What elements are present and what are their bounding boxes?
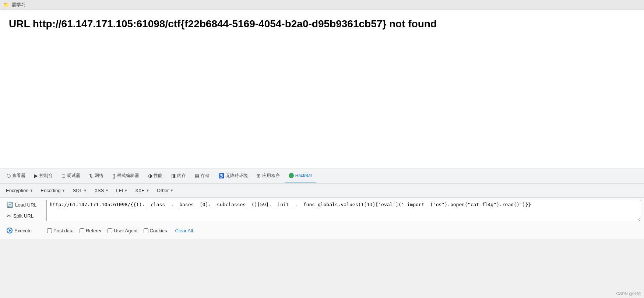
user-agent-checkbox[interactable]	[108, 228, 112, 233]
post-data-label: Post data	[53, 228, 74, 233]
execute-icon	[7, 228, 13, 233]
lfi-dropdown[interactable]: LFI ▼	[113, 186, 131, 195]
xxe-arrow-icon: ▼	[146, 188, 149, 193]
encoding-dropdown[interactable]: Encoding ▼	[38, 186, 68, 195]
execute-button[interactable]: Execute	[3, 226, 35, 235]
cookies-label: Cookies	[150, 228, 167, 233]
tab-performance[interactable]: ◑ 性能	[144, 169, 166, 183]
clear-all-button[interactable]: Clear All	[173, 226, 195, 235]
tab-hackbar[interactable]: HackBar	[285, 169, 316, 183]
performance-icon: ◑	[148, 173, 152, 179]
encoding-label: Encoding	[41, 188, 60, 193]
tab-console-label: 控制台	[39, 173, 53, 179]
lfi-label: LFI	[116, 188, 123, 193]
tab-storage-label: 存储	[201, 173, 210, 179]
encoding-arrow-icon: ▼	[62, 188, 66, 193]
tab-application[interactable]: ⊞ 应用程序	[253, 169, 284, 183]
sql-label: SQL	[73, 188, 82, 193]
hackbar-execute-row: Execute Post data Referer User Agent Coo…	[0, 224, 644, 239]
memory-icon: ◨	[171, 173, 176, 179]
split-url-button[interactable]: ✂ Split URL	[3, 211, 43, 221]
tab-network-label: 网络	[95, 173, 103, 179]
hackbar-toolbar: Encryption ▼ Encoding ▼ SQL ▼ XSS ▼ LFI …	[0, 184, 644, 198]
split-url-icon: ✂	[7, 213, 11, 219]
storage-icon: ▤	[195, 173, 199, 179]
hackbar-dot-icon	[289, 173, 294, 178]
tab-hackbar-label: HackBar	[295, 173, 312, 178]
hackbar-panel: Encryption ▼ Encoding ▼ SQL ▼ XSS ▼ LFI …	[0, 183, 644, 239]
tab-memory[interactable]: ◨ 内存	[168, 169, 190, 183]
xxe-dropdown[interactable]: XXE ▼	[132, 186, 152, 195]
tab-debugger[interactable]: ◻ 调试器	[58, 169, 84, 183]
encryption-arrow-icon: ▼	[29, 188, 33, 193]
tab-performance-label: 性能	[154, 173, 162, 179]
post-data-checkbox-label[interactable]: Post data	[47, 228, 74, 233]
sql-arrow-icon: ▼	[83, 188, 87, 193]
tab-debugger-label: 调试器	[67, 173, 80, 179]
url-input[interactable]: http://61.147.171.105:61098/{{()._​_clas…	[46, 200, 641, 221]
browser-top-bar: 📁 需学习	[0, 0, 644, 10]
user-agent-label: User Agent	[114, 228, 137, 233]
tab-accessibility-label: 无障碍环境	[226, 173, 248, 179]
folder-icon: 📁	[3, 2, 9, 8]
encryption-label: Encryption	[6, 188, 28, 193]
debugger-icon: ◻	[61, 173, 66, 179]
referer-checkbox[interactable]	[80, 228, 84, 233]
watermark: CSDN @秋说	[616, 291, 641, 297]
error-heading: URL http://61.147.171.105:61098/ctf{f22b…	[9, 17, 635, 31]
split-url-label: Split URL	[13, 213, 34, 219]
style-editor-icon: {}	[112, 173, 116, 179]
xss-arrow-icon: ▼	[105, 188, 109, 193]
load-url-icon: 🔄	[7, 202, 13, 208]
page-content: URL http://61.147.171.105:61098/ctf{f22b…	[0, 10, 644, 169]
cookies-checkbox-label[interactable]: Cookies	[144, 228, 167, 233]
xss-dropdown[interactable]: XSS ▼	[91, 186, 112, 195]
other-dropdown[interactable]: Other ▼	[154, 186, 176, 195]
tab-style-editor[interactable]: {} 样式编辑器	[109, 169, 143, 183]
execute-play-icon	[9, 229, 11, 232]
xxe-label: XXE	[135, 188, 145, 193]
accessibility-icon: ♿	[218, 173, 224, 179]
watermark-text: CSDN @秋说	[616, 291, 641, 296]
referer-label: Referer	[86, 228, 102, 233]
encryption-dropdown[interactable]: Encryption ▼	[3, 186, 36, 195]
console-icon: ▶	[34, 173, 38, 179]
network-icon: ⇅	[89, 173, 93, 179]
hackbar-action-buttons: 🔄 Load URL ✂ Split URL	[3, 200, 43, 221]
tab-network[interactable]: ⇅ 网络	[85, 169, 107, 183]
cookies-checkbox[interactable]	[144, 228, 148, 233]
load-url-button[interactable]: 🔄 Load URL	[3, 200, 43, 209]
tab-storage[interactable]: ▤ 存储	[191, 169, 213, 183]
tab-memory-label: 内存	[177, 173, 186, 179]
referer-checkbox-label[interactable]: Referer	[80, 228, 102, 233]
tab-inspector-label: 查看器	[12, 173, 25, 179]
tab-label: 需学习	[11, 1, 26, 8]
tab-style-editor-label: 样式编辑器	[117, 173, 139, 179]
tab-inspector[interactable]: ⬡ 查看器	[3, 169, 29, 183]
post-data-checkbox[interactable]	[47, 228, 52, 233]
load-url-label: Load URL	[15, 202, 37, 208]
tab-application-label: 应用程序	[262, 173, 280, 179]
sql-dropdown[interactable]: SQL ▼	[70, 186, 90, 195]
other-arrow-icon: ▼	[170, 188, 173, 193]
user-agent-checkbox-label[interactable]: User Agent	[108, 228, 137, 233]
xss-label: XSS	[94, 188, 104, 193]
other-label: Other	[157, 188, 169, 193]
application-icon: ⊞	[257, 173, 261, 179]
checkbox-group: Post data Referer User Agent Cookies Cle…	[47, 226, 195, 235]
tab-accessibility[interactable]: ♿ 无障碍环境	[215, 169, 251, 183]
execute-label: Execute	[14, 228, 32, 233]
inspector-icon: ⬡	[7, 173, 11, 179]
lfi-arrow-icon: ▼	[124, 188, 128, 193]
tab-console[interactable]: ▶ 控制台	[31, 169, 56, 183]
devtools-tabbar: ⬡ 查看器 ▶ 控制台 ◻ 调试器 ⇅ 网络 {} 样式编辑器 ◑ 性能 ◨ 内…	[0, 169, 644, 183]
hackbar-url-row: 🔄 Load URL ✂ Split URL http://61.147.171…	[0, 198, 644, 224]
